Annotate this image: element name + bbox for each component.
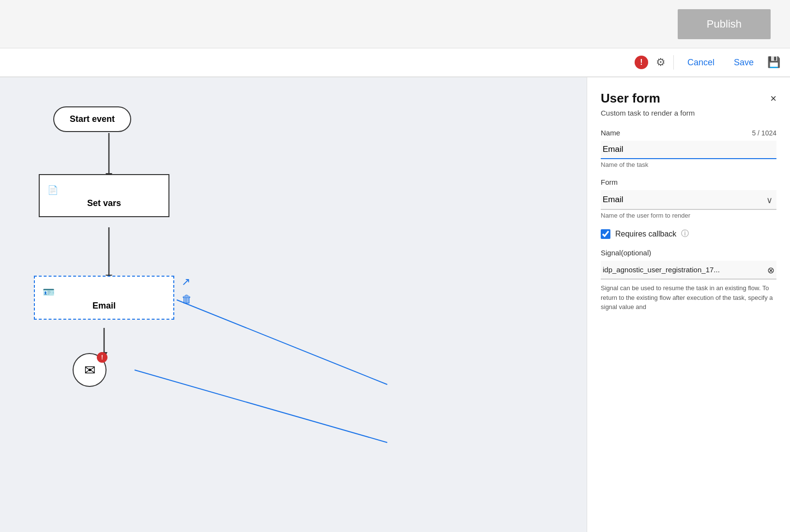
form-select-wrapper: Email Registration Login Contact ∨ (601, 190, 776, 210)
info-icon[interactable]: ⓘ (681, 229, 689, 239)
name-hint: Name of the task (601, 161, 776, 168)
email-envelope-icon: ✉ (84, 362, 95, 378)
save-button[interactable]: Save (728, 55, 760, 71)
panel-subtitle: Custom task to render a form (601, 109, 776, 117)
node-actions: ↗ 🗑 (182, 276, 192, 306)
divider (673, 55, 674, 70)
node-setvars[interactable]: 📄 Set vars (39, 174, 169, 217)
node-error-badge: ! (97, 352, 107, 363)
signal-field-row: Signal(optional) (601, 249, 776, 257)
main-content: Start event 📄 Set vars 🪪 Email ↗ 🗑 ✉ ! U… (0, 77, 790, 532)
node-email[interactable]: 🪪 Email (34, 276, 174, 320)
signal-label: Signal(optional) (601, 249, 651, 257)
signal-input-wrapper: ⊗ (601, 261, 776, 280)
signal-description: Signal can be used to resume the task in… (601, 283, 776, 312)
quick-connect-icon[interactable]: ↗ (182, 276, 192, 288)
requires-callback-checkbox[interactable] (601, 229, 610, 239)
panel-close-button[interactable]: × (770, 92, 776, 105)
form-select[interactable]: Email Registration Login Contact (601, 190, 776, 210)
panel-title: User form (601, 91, 660, 106)
canvas[interactable]: Start event 📄 Set vars 🪪 Email ↗ 🗑 ✉ ! (0, 77, 587, 532)
delete-node-icon[interactable]: 🗑 (182, 293, 192, 306)
error-indicator: ! (635, 56, 648, 69)
gear-icon[interactable]: ⚙ (656, 56, 666, 69)
form-field-row: Form (601, 178, 776, 186)
requires-callback-label: Requires callback (615, 230, 676, 238)
save-disk-icon[interactable]: 💾 (767, 56, 780, 69)
script-icon: 📄 (47, 185, 58, 195)
svg-line-7 (135, 370, 387, 443)
user-form-icon: 🪪 (43, 286, 55, 298)
right-panel: User form × Custom task to render a form… (587, 77, 790, 532)
publish-button[interactable]: Publish (678, 9, 771, 39)
name-label: Name (601, 129, 620, 137)
requires-callback-row: Requires callback ⓘ (601, 229, 776, 239)
node-start-event[interactable]: Start event (53, 106, 131, 132)
form-hint: Name of the user form to render (601, 212, 776, 219)
name-field-row: Name 5 / 1024 (601, 129, 776, 137)
name-input[interactable] (601, 141, 776, 159)
svg-line-6 (177, 300, 387, 384)
action-bar: ! ⚙ Cancel Save 💾 (0, 48, 790, 77)
signal-clear-button[interactable]: ⊗ (767, 265, 775, 276)
panel-header: User form × (601, 91, 776, 106)
node-send-email-event[interactable]: ✉ ! (73, 353, 106, 387)
form-label: Form (601, 178, 618, 186)
top-bar: Publish (0, 0, 790, 48)
cancel-button[interactable]: Cancel (682, 55, 720, 71)
name-counter: 5 / 1024 (752, 129, 776, 137)
signal-input[interactable] (601, 261, 776, 280)
